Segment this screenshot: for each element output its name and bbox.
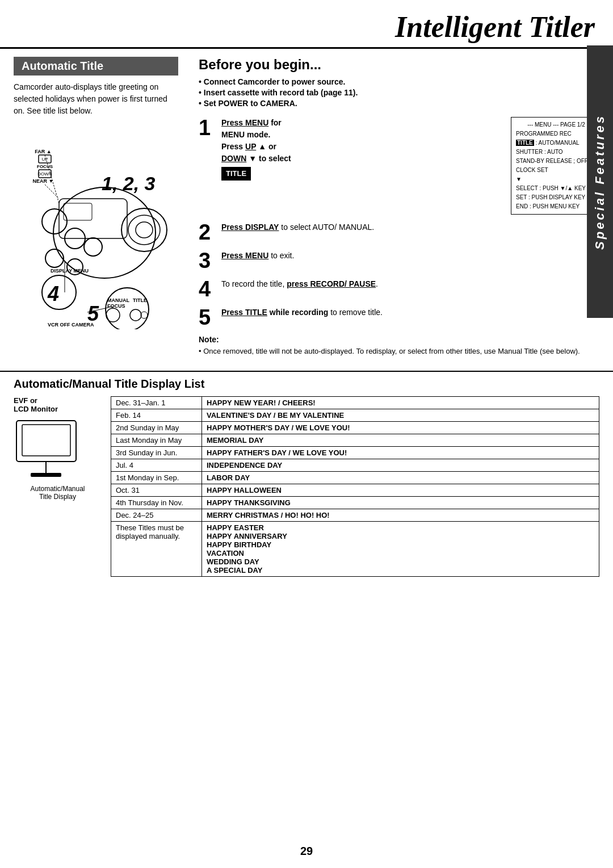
table-row: 4th Thursday in Nov. HAPPY THANKSGIVING <box>111 496 599 509</box>
table-row: Feb. 14 VALENTINE'S DAY / BE MY VALENTIN… <box>111 409 599 421</box>
table-row: These Titles must bedisplayed manually. … <box>111 521 599 576</box>
special-features-bar: Special Features <box>587 45 613 318</box>
table-date-3: 2nd Sunday in May <box>111 421 202 434</box>
step-4: 4 To record the title, press RECORD/ PAU… <box>199 278 602 300</box>
svg-point-27 <box>130 309 141 321</box>
table-title-2: VALENTINE'S DAY / BE MY VALENTINE <box>202 409 599 421</box>
table-title-9: HAPPY THANKSGIVING <box>202 496 599 509</box>
table-date-1: Dec. 31–Jan. 1 <box>111 396 202 409</box>
table-date-2: Feb. 14 <box>111 409 202 421</box>
table-title-11: HAPPY EASTERHAPPY ANNIVERSARYHAPPY BIRTH… <box>202 521 599 576</box>
camcorder-diagram: FAR ▲ UP FOCUS DOWN NEAR ▼ 1, 2, 3 <box>14 125 178 332</box>
page-num-text: 29 <box>300 845 313 857</box>
svg-text:TITLE: TITLE <box>133 297 147 303</box>
left-column: Automatic Title Camcorder auto-displays … <box>0 49 187 365</box>
auto-manual-label: Automatic/ManualTitle Display <box>14 485 102 501</box>
table-row: 3rd Sunday in Jun. HAPPY FATHER'S DAY / … <box>111 446 599 459</box>
menu-line-6: CLOCK SET <box>516 166 597 175</box>
lcd-illustration <box>14 418 82 480</box>
title-table: Dec. 31–Jan. 1 HAPPY NEW YEAR! / CHEERS!… <box>111 396 599 577</box>
svg-rect-36 <box>22 425 70 456</box>
step-4-number: 4 <box>199 278 216 300</box>
table-date-11: These Titles must bedisplayed manually. <box>111 521 202 576</box>
table-row: Dec. 31–Jan. 1 HAPPY NEW YEAR! / CHEERS! <box>111 396 599 409</box>
svg-text:VCR  OFF  CAMERA: VCR OFF CAMERA <box>48 322 94 328</box>
svg-text:FAR ▲: FAR ▲ <box>35 149 51 154</box>
svg-text:UP: UP <box>41 157 48 162</box>
step-1-number: 1 <box>199 117 216 139</box>
main-content: Automatic Title Camcorder auto-displays … <box>0 49 613 365</box>
svg-text:FOCUS: FOCUS <box>107 303 125 309</box>
svg-point-10 <box>84 238 102 256</box>
step-1-content: Press MENU forMENU mode. Press UP ▲ orDO… <box>221 117 602 215</box>
before-begin-item-3: Set POWER to CAMERA. <box>199 99 602 108</box>
menu-title-line: --- MENU --- PAGE 1/2 <box>516 120 597 129</box>
table-row: 2nd Sunday in May HAPPY MOTHER'S DAY / W… <box>111 421 599 434</box>
svg-text:FOCUS: FOCUS <box>37 164 53 169</box>
table-title-1: HAPPY NEW YEAR! / CHEERS! <box>202 396 599 409</box>
before-begin-list: Connect Camcorder to power source. Inser… <box>199 77 602 108</box>
svg-point-11 <box>53 187 156 278</box>
svg-rect-38 <box>31 473 61 477</box>
svg-text:4: 4 <box>47 282 59 305</box>
table-title-6: INDEPENDENCE DAY <box>202 459 599 471</box>
menu-line-7: ▼ <box>516 175 597 184</box>
menu-line-9: SET : PUSH DISPLAY KEY <box>516 193 597 202</box>
note-text: Once removed, title will not be auto-dis… <box>199 346 602 357</box>
svg-text:NEAR ▼: NEAR ▼ <box>33 178 54 184</box>
svg-text:DISPLAY  MENU: DISPLAY MENU <box>51 268 89 274</box>
table-title-10: MERRY CHRISTMAS / HO! HO! HO! <box>202 509 599 521</box>
table-title-5: HAPPY FATHER'S DAY / WE LOVE YOU! <box>202 446 599 459</box>
table-title-7: LABOR DAY <box>202 471 599 484</box>
bottom-inner: EVF orLCD Monitor Automatic/ManualTitle … <box>14 396 599 577</box>
before-begin-title: Before you begin... <box>199 57 602 73</box>
table-title-3: HAPPY MOTHER'S DAY / WE LOVE YOU! <box>202 421 599 434</box>
step-2-content: Press DISPLAY to select AUTO/ MANUAL. <box>221 221 602 233</box>
table-title-8: HAPPY HALLOWEEN <box>202 484 599 496</box>
before-begin-item-1: Connect Camcorder to power source. <box>199 77 602 86</box>
menu-line-3: TITLE : AUTO/MANUAL <box>516 139 597 148</box>
table-title-4: MEMORIAL DAY <box>202 434 599 446</box>
svg-rect-16 <box>64 203 92 220</box>
page-number: 29 <box>0 845 613 858</box>
before-begin-item-2: Insert cassette with record tab (page 11… <box>199 88 602 97</box>
table-row: Last Monday in May MEMORIAL DAY <box>111 434 599 446</box>
table-date-9: 4th Thursday in Nov. <box>111 496 202 509</box>
table-row: Dec. 24–25 MERRY CHRISTMAS / HO! HO! HO! <box>111 509 599 521</box>
page-title: Intelligent Titler <box>18 10 595 44</box>
svg-rect-15 <box>59 199 127 238</box>
step-5-number: 5 <box>199 307 216 328</box>
step-5: 5 Press TITLE while recording to remove … <box>199 307 602 328</box>
page-title-bar: Intelligent Titler <box>0 0 613 49</box>
svg-text:1, 2, 3: 1, 2, 3 <box>102 173 156 194</box>
special-features-label: Special Features <box>593 114 607 250</box>
svg-point-17 <box>45 249 64 267</box>
step-5-content: Press TITLE while recording to remove ti… <box>221 307 602 318</box>
display-list-title: Automatic/Manual Title Display List <box>14 378 599 391</box>
table-date-10: Dec. 24–25 <box>111 509 202 521</box>
auto-title-description: Camcorder auto-displays title greeting o… <box>14 81 178 117</box>
svg-point-14 <box>136 222 153 238</box>
table-date-5: 3rd Sunday in Jun. <box>111 446 202 459</box>
note-item: Once removed, title will not be auto-dis… <box>199 346 602 357</box>
step-2-number: 2 <box>199 221 216 243</box>
bottom-section: Automatic/Manual Title Display List EVF … <box>0 378 613 588</box>
press-menu-label: Press MENU <box>221 118 268 127</box>
menu-line-3-rest: : AUTO/MANUAL <box>534 140 580 146</box>
step-3-content: Press MENU to exit. <box>221 250 602 262</box>
step-4-content: To record the title, press RECORD/ PAUSE… <box>221 278 602 290</box>
evf-label: EVF orLCD Monitor <box>14 396 102 413</box>
lcd-svg <box>14 418 82 480</box>
menu-line-2: PROGRAMMED REC <box>516 129 597 139</box>
table-row: 1st Monday in Sep. LABOR DAY <box>111 471 599 484</box>
table-date-6: Jul. 4 <box>111 459 202 471</box>
step-1: 1 Press MENU forMENU mode. Press UP ▲ or… <box>199 117 602 215</box>
table-date-7: 1st Monday in Sep. <box>111 471 202 484</box>
table-row: Jul. 4 INDEPENDENCE DAY <box>111 459 599 471</box>
note-section: Note: Once removed, title will not be au… <box>199 335 602 357</box>
table-date-8: Oct. 31 <box>111 484 202 496</box>
menu-line-8: SELECT : PUSH ▼/▲ KEY <box>516 184 597 193</box>
title-box-label: TITLE <box>221 167 251 181</box>
right-column: Before you begin... Connect Camcorder to… <box>187 49 613 365</box>
table-row: Oct. 31 HAPPY HALLOWEEN <box>111 484 599 496</box>
